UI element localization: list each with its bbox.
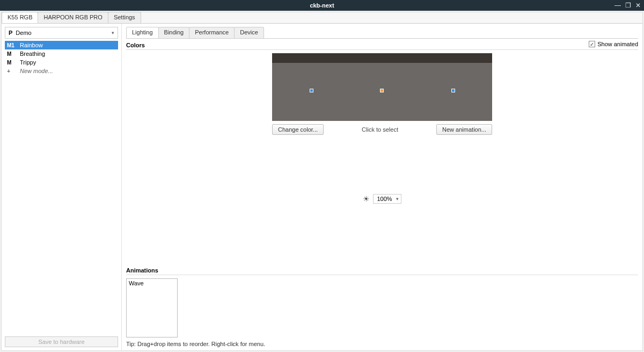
checkbox-icon: ✓ — [589, 41, 595, 47]
zone-3[interactable] — [451, 89, 455, 92]
keyboard-area: Change color... Click to select New anim… — [126, 53, 638, 135]
tab-lighting[interactable]: Lighting — [126, 27, 159, 38]
mode-item-new[interactable]: + New mode... — [5, 67, 118, 75]
mode-item-breathing[interactable]: M Breathing — [5, 49, 118, 58]
tab-binding[interactable]: Binding — [158, 27, 190, 38]
mode-item-trippy[interactable]: M Trippy — [5, 58, 118, 67]
content: Lighting Binding Performance Device Colo… — [122, 24, 642, 350]
animations-section: Animations Wave Tip: Drag+drop items to … — [126, 264, 638, 347]
window-title: ckb-next — [310, 2, 334, 9]
keyboard-preview[interactable] — [272, 53, 492, 121]
maximize-icon[interactable]: ❐ — [625, 2, 631, 9]
change-color-button[interactable]: Change color... — [272, 124, 324, 135]
divider — [126, 275, 638, 275]
tab-settings[interactable]: Settings — [108, 12, 141, 23]
tab-device[interactable]: Device — [234, 27, 264, 38]
profile-select[interactable]: PDemo ▾ — [5, 27, 118, 39]
new-animation-button[interactable]: New animation... — [436, 124, 492, 135]
show-animated-checkbox[interactable]: ✓ Show animated — [589, 41, 638, 47]
tab-k55-rgb[interactable]: K55 RGB — [2, 12, 38, 23]
colors-label: Colors — [126, 42, 145, 48]
colors-header: Colors ✓ Show animated — [126, 39, 638, 49]
click-to-select-label: Click to select — [324, 126, 436, 133]
animations-tip: Tip: Drag+drop items to reorder. Right-c… — [126, 341, 638, 347]
animations-list[interactable]: Wave — [126, 278, 178, 337]
app-frame: K55 RGB HARPOON RGB PRO Settings PDemo ▾… — [1, 12, 643, 351]
profile-label: PDemo — [9, 30, 32, 36]
brightness-control: ☀ 100% — [126, 194, 638, 204]
mode-list: M1 Rainbow M Breathing M Trippy + New mo… — [5, 41, 118, 334]
titlebar: ckb-next — ❐ ✕ — [0, 0, 644, 11]
zone-1[interactable] — [310, 89, 313, 92]
chevron-down-icon: ▾ — [112, 30, 114, 35]
window-controls: — ❐ ✕ — [614, 2, 641, 9]
animations-label: Animations — [126, 267, 638, 274]
tab-performance[interactable]: Performance — [189, 27, 235, 38]
tab-harpoon-rgb-pro[interactable]: HARPOON RGB PRO — [38, 12, 108, 23]
save-to-hardware-button[interactable]: Save to hardware — [5, 336, 118, 347]
main-row: PDemo ▾ M1 Rainbow M Breathing M Trippy — [2, 24, 642, 350]
device-tabs: K55 RGB HARPOON RGB PRO Settings — [2, 12, 642, 24]
animation-item-wave[interactable]: Wave — [127, 279, 177, 288]
brightness-select[interactable]: 100% — [373, 194, 401, 204]
zone-2[interactable] — [380, 89, 384, 92]
close-icon[interactable]: ✕ — [635, 2, 641, 9]
divider — [126, 49, 638, 50]
sidebar: PDemo ▾ M1 Rainbow M Breathing M Trippy — [2, 24, 122, 350]
keyboard-controls: Change color... Click to select New anim… — [272, 124, 492, 135]
keyboard-zones[interactable] — [272, 63, 492, 121]
section-tabs: Lighting Binding Performance Device — [126, 27, 638, 39]
minimize-icon[interactable]: — — [614, 2, 621, 9]
mode-item-rainbow[interactable]: M1 Rainbow — [5, 41, 118, 49]
brightness-icon: ☀ — [363, 195, 370, 203]
